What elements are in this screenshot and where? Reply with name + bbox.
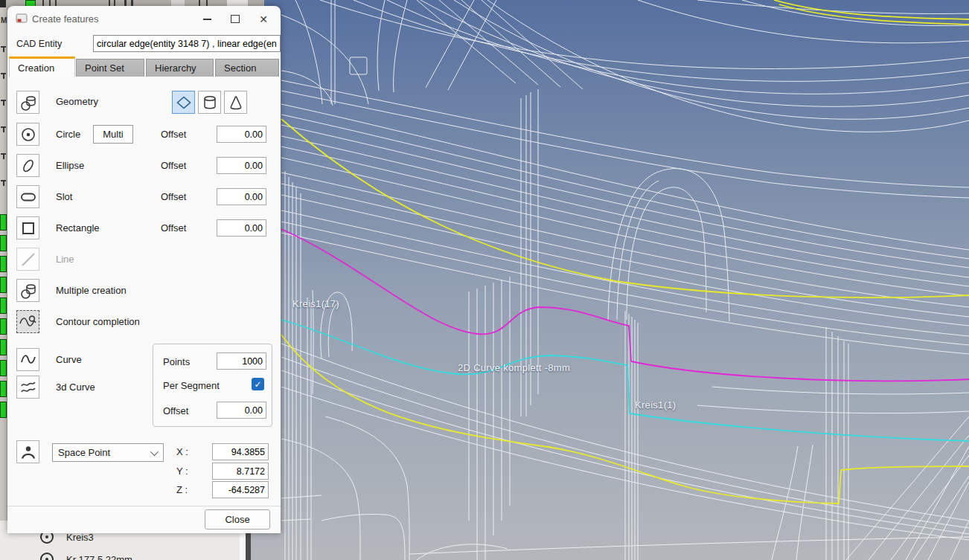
slot-icon <box>19 188 37 206</box>
geometry-button[interactable] <box>16 91 39 114</box>
curve-icon <box>19 351 37 369</box>
visibility-marker <box>0 318 7 335</box>
points-label: Points <box>163 356 190 367</box>
visibility-marker <box>0 360 7 376</box>
rectangle-offset-input[interactable] <box>217 219 266 236</box>
x-label: X : <box>176 446 188 457</box>
ellipse-button[interactable] <box>16 154 39 177</box>
geometry-label: Geometry <box>56 96 98 107</box>
slot-button[interactable] <box>16 185 39 208</box>
left-edge-text: M <box>1 16 7 25</box>
curve-offset-label: Offset <box>163 405 188 416</box>
multi-button-label: Multi <box>103 129 123 140</box>
curve-3d-button[interactable] <box>16 376 39 399</box>
close-icon: ✕ <box>259 14 268 25</box>
curve-offset-input[interactable] <box>217 402 266 419</box>
tab-creation[interactable]: Creation <box>9 57 75 77</box>
space-point-button[interactable] <box>16 440 39 463</box>
contour-completion-icon <box>19 313 38 331</box>
multi-shape-icon <box>19 94 37 112</box>
line-icon <box>19 251 37 268</box>
maximize-button[interactable] <box>224 10 246 28</box>
tab-section[interactable]: Section <box>215 59 279 77</box>
rectangle-offset-label: Offset <box>161 222 186 234</box>
multiple-creation-button[interactable] <box>16 279 39 302</box>
circle-offset-input[interactable] <box>217 126 266 143</box>
chevron-down-icon <box>150 448 159 456</box>
y-coordinate-input[interactable] <box>212 463 269 480</box>
close-button[interactable]: Close <box>205 509 270 530</box>
y-label: Y : <box>176 466 188 477</box>
close-button-label: Close <box>225 514 249 525</box>
visibility-marker <box>0 214 7 231</box>
left-edge-panel: M <box>0 7 7 560</box>
visibility-marker <box>0 381 7 397</box>
point-type-dropdown[interactable]: Space Point <box>52 443 164 462</box>
curve-options-panel: Points Per Segment ✓ Offset <box>153 344 272 427</box>
rectangle-label: Rectangle <box>56 222 100 234</box>
z-label: Z : <box>176 484 188 495</box>
visibility-marker <box>0 339 7 355</box>
circle-offset-label: Offset <box>161 129 186 140</box>
per-segment-checkbox[interactable]: ✓ <box>252 378 264 390</box>
circle-label: Circle <box>56 129 80 140</box>
point-type-selected: Space Point <box>58 447 110 458</box>
3d-viewport[interactable]: Kreis1(17) 2D Curve komplett -8mm Kreis1… <box>251 0 969 560</box>
slot-offset-input[interactable] <box>217 188 266 205</box>
line-label: Line <box>56 254 74 265</box>
geometry-plane-toggle[interactable] <box>172 91 195 114</box>
cad-entity-input[interactable] <box>93 35 281 52</box>
create-features-icon <box>16 13 28 24</box>
tab-label: Point Set <box>85 62 124 74</box>
tab-point-set[interactable]: Point Set <box>76 59 144 77</box>
ellipse-offset-input[interactable] <box>217 157 266 174</box>
visibility-marker <box>0 256 7 272</box>
geometry-cone-toggle[interactable] <box>224 91 247 114</box>
geometry-cylinder-toggle[interactable] <box>198 91 221 114</box>
tree-item-fragment <box>1 73 6 79</box>
slot-label: Slot <box>56 191 72 202</box>
curve-button[interactable] <box>16 348 39 371</box>
contour-completion-button[interactable] <box>16 310 39 333</box>
x-coordinate-input[interactable] <box>212 443 269 460</box>
visibility-marker <box>0 402 7 418</box>
points-input[interactable] <box>217 353 266 370</box>
close-window-button[interactable]: ✕ <box>252 10 275 28</box>
dialog-title: Create features <box>32 13 99 25</box>
circle-button[interactable] <box>16 123 39 146</box>
z-coordinate-input[interactable] <box>212 481 269 498</box>
tab-label: Hierarchy <box>155 62 196 74</box>
screen: Kreis1(17) 2D Curve komplett -8mm Kreis1… <box>0 0 969 560</box>
ellipse-icon <box>19 157 37 175</box>
tree-item-fragment <box>1 126 6 132</box>
curve-3d-label: 3d Curve <box>56 382 95 393</box>
visibility-marker <box>0 235 7 251</box>
check-icon: ✓ <box>254 379 261 390</box>
visibility-marker <box>0 297 7 314</box>
feature-label-kreis1-17[interactable]: Kreis1(17) <box>292 298 339 309</box>
tab-label: Creation <box>18 62 54 74</box>
minimize-icon <box>203 19 211 20</box>
rectangle-button[interactable] <box>16 216 39 239</box>
ellipse-offset-label: Offset <box>161 160 186 171</box>
diamond-icon <box>175 94 193 112</box>
maximize-icon <box>231 15 240 23</box>
space-point-icon <box>19 443 37 461</box>
list-item[interactable]: Kr 177.5 22mm <box>0 549 238 560</box>
tab-hierarchy[interactable]: Hierarchy <box>146 59 214 77</box>
feature-label-2d-curve[interactable]: 2D Curve komplett -8mm <box>458 362 570 373</box>
multi-button[interactable]: Multi <box>93 125 133 144</box>
cone-icon <box>227 94 245 112</box>
rectangle-icon <box>19 219 37 237</box>
minimize-button[interactable] <box>196 10 218 28</box>
dialog-titlebar[interactable]: Create features ✕ <box>7 6 281 31</box>
ellipse-label: Ellipse <box>56 160 84 171</box>
curve-label: Curve <box>56 354 82 365</box>
slot-offset-label: Offset <box>161 191 186 202</box>
feature-label-kreis1-1[interactable]: Kreis1(1) <box>635 399 676 411</box>
tree-item-fragment <box>1 180 6 186</box>
line-button <box>16 248 39 271</box>
tree-item-fragment <box>1 100 6 106</box>
multi-shape-icon <box>19 282 37 300</box>
curve-3d-icon <box>19 379 37 396</box>
